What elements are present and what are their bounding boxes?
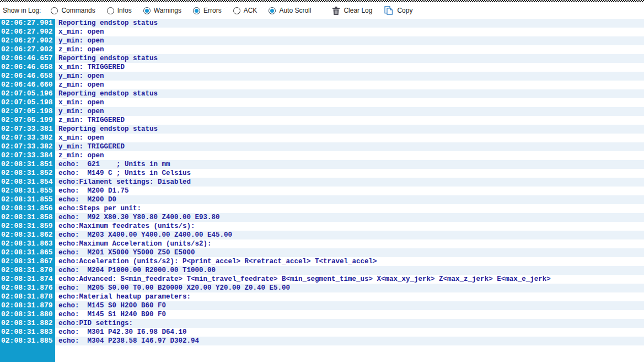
- log-message: Reporting endstop status: [55, 125, 158, 134]
- log-timestamp: 02:08:31.874: [0, 275, 55, 284]
- log-timestamp: 02:06:46.657: [0, 54, 55, 63]
- copy-label: Copy: [397, 7, 412, 14]
- log-message: echo: M200 D0: [55, 195, 116, 204]
- log-timestamp: 02:08:31.867: [0, 257, 55, 266]
- log-timestamp: 02:08:31.880: [0, 310, 55, 319]
- log-timestamp: 02:07:05.196: [0, 89, 55, 98]
- radio-dot: [195, 9, 198, 13]
- log-row: 02:06:27.902y_min: open: [0, 36, 644, 45]
- log-empty-area: [0, 345, 644, 362]
- filter-label: Warnings: [154, 7, 181, 14]
- log-timestamp: 02:08:31.879: [0, 301, 55, 310]
- log-timestamp: 02:06:46.658: [0, 72, 55, 81]
- clear-log-button[interactable]: Clear Log: [330, 6, 374, 16]
- log-row: 02:08:31.882echo:PID settings:: [0, 319, 644, 328]
- log-row: 02:08:31.879echo: M145 S0 H200 B60 F0: [0, 301, 644, 310]
- log-row: 02:08:31.863echo:Maximum Acceleration (u…: [0, 239, 644, 248]
- log-message: echo: M149 C ; Units in Celsius: [55, 169, 191, 178]
- log-timestamp: 02:08:31.865: [0, 248, 55, 257]
- log-message: echo:PID settings:: [55, 319, 133, 328]
- log-message: echo: M205 S0.00 T0.00 B20000 X20.00 Y20…: [55, 284, 290, 292]
- log-row: 02:08:31.855echo: M200 D1.75: [0, 187, 644, 195]
- log-row: 02:07:05.198x_min: open: [0, 98, 644, 107]
- log-row: 02:07:33.382y_min: TRIGGERED: [0, 142, 644, 151]
- filter-commands[interactable]: Commands: [51, 7, 95, 14]
- log-row: 02:07:33.384z_min: open: [0, 151, 644, 160]
- log-message: z_min: open: [55, 45, 104, 54]
- log-row: 02:06:46.660z_min: open: [0, 81, 644, 89]
- radio-dot: [270, 9, 274, 13]
- copy-icon: [384, 6, 393, 15]
- filter-ack[interactable]: ACK: [233, 7, 257, 14]
- log-timestamp: 02:07:33.381: [0, 125, 55, 134]
- log-timestamp: 02:07:05.199: [0, 116, 55, 125]
- filter-errors[interactable]: Errors: [193, 7, 222, 14]
- log-message: echo: M145 S1 H240 B90 F0: [55, 310, 166, 319]
- log-row: 02:08:31.880echo: M145 S1 H240 B90 F0: [0, 310, 644, 319]
- log-row: 02:08:31.855echo: M200 D0: [0, 195, 644, 204]
- filter-infos[interactable]: Infos: [107, 7, 132, 14]
- log-viewer[interactable]: 02:06:27.901Reporting endstop status02:0…: [0, 19, 644, 362]
- filter-label: Infos: [117, 7, 132, 14]
- copy-button[interactable]: Copy: [382, 5, 415, 16]
- log-row: 02:06:27.902x_min: open: [0, 28, 644, 36]
- log-row: 02:06:46.658x_min: TRIGGERED: [0, 63, 644, 72]
- log-timestamp: 02:06:27.902: [0, 36, 55, 45]
- log-message: echo:Maximum Acceleration (units/s2):: [55, 239, 212, 248]
- radio-dot: [235, 9, 239, 13]
- log-timestamp: 02:08:31.851: [0, 160, 55, 169]
- log-message: echo: M301 P42.30 I6.98 D64.10: [55, 328, 187, 337]
- log-row: 02:08:31.865echo: M201 X5000 Y5000 Z50 E…: [0, 248, 644, 257]
- log-row: 02:06:27.902z_min: open: [0, 45, 644, 54]
- filter-auto-scroll[interactable]: Auto Scroll: [269, 7, 311, 14]
- log-timestamp: 02:08:31.883: [0, 328, 55, 337]
- log-timestamp: 02:08:31.862: [0, 231, 55, 239]
- radio-icon[interactable]: [107, 7, 114, 14]
- log-message: echo: M203 X400.00 Y400.00 Z400.00 E45.0…: [55, 231, 232, 239]
- radio-icon[interactable]: [51, 7, 58, 14]
- log-timestamp: 02:06:27.902: [0, 28, 55, 36]
- log-row: 02:08:31.859echo:Maximum feedrates (unit…: [0, 222, 644, 231]
- filter-label: Auto Scroll: [279, 7, 311, 14]
- log-message: echo:Material heatup parameters:: [55, 292, 191, 301]
- log-message: y_min: open: [55, 36, 104, 45]
- log-timestamp: 02:08:31.870: [0, 266, 55, 275]
- log-row: 02:08:31.878echo:Material heatup paramet…: [0, 292, 644, 301]
- log-message: x_min: open: [55, 28, 104, 36]
- radio-dot: [52, 9, 56, 13]
- log-message: echo:Advanced: S<min_feedrate> T<min_tra…: [55, 275, 551, 284]
- log-timestamp: 02:08:31.856: [0, 204, 55, 213]
- log-message: echo: M204 P1000.00 R2000.00 T1000.00: [55, 266, 216, 275]
- filter-label: Errors: [203, 7, 222, 14]
- log-row: 02:08:31.885echo: M304 P238.58 I46.97 D3…: [0, 337, 644, 345]
- log-row: 02:06:46.657Reporting endstop status: [0, 54, 644, 63]
- log-row: 02:08:31.867echo:Acceleration (units/s2)…: [0, 257, 644, 266]
- log-message: y_min: open: [55, 107, 104, 116]
- log-row: 02:08:31.858echo: M92 X80.30 Y80.80 Z400…: [0, 213, 644, 222]
- log-row: 02:06:46.658y_min: open: [0, 72, 644, 81]
- show-in-log-label: Show in Log:: [3, 7, 41, 14]
- log-message: z_min: TRIGGERED: [55, 116, 125, 125]
- log-row: 02:08:31.876echo: M205 S0.00 T0.00 B2000…: [0, 284, 644, 292]
- log-timestamp: 02:07:33.384: [0, 151, 55, 160]
- log-toolbar: Show in Log: CommandsInfosWarningsErrors…: [0, 2, 644, 19]
- trash-icon: [332, 7, 340, 15]
- log-row: 02:08:31.856echo:Steps per unit:: [0, 204, 644, 213]
- log-message: x_min: open: [55, 98, 104, 107]
- radio-icon[interactable]: [233, 7, 240, 14]
- log-timestamp: 02:08:31.859: [0, 222, 55, 231]
- filter-warnings[interactable]: Warnings: [143, 7, 181, 14]
- log-message: Reporting endstop status: [55, 89, 158, 98]
- log-timestamp: 02:08:31.882: [0, 319, 55, 328]
- log-filter-group: CommandsInfosWarningsErrorsACKAuto Scrol…: [51, 7, 323, 15]
- filter-label: Commands: [61, 7, 95, 14]
- radio-icon[interactable]: [269, 7, 276, 14]
- radio-icon[interactable]: [143, 7, 151, 14]
- log-timestamp: 02:06:27.901: [0, 19, 55, 28]
- log-timestamp: 02:06:27.902: [0, 45, 55, 54]
- radio-icon[interactable]: [193, 7, 200, 14]
- log-message: z_min: open: [55, 151, 104, 160]
- log-timestamp: 02:08:31.858: [0, 213, 55, 222]
- log-message: z_min: open: [55, 81, 104, 89]
- timestamp-gutter: [0, 345, 55, 362]
